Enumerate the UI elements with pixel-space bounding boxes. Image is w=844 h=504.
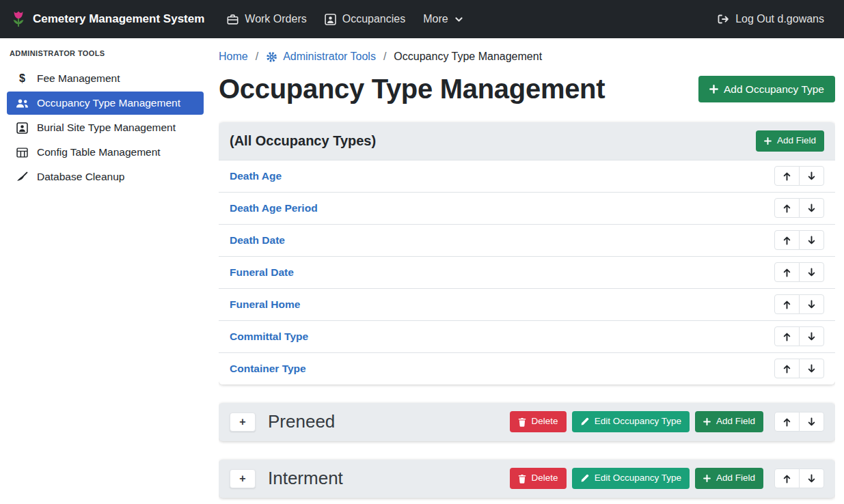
arrow-down-icon bbox=[807, 300, 816, 309]
move-up-button[interactable] bbox=[774, 166, 800, 186]
move-down-button[interactable] bbox=[799, 359, 824, 378]
move-up-button[interactable] bbox=[774, 262, 800, 282]
add-field-label: Add Field bbox=[716, 473, 755, 484]
move-button-group bbox=[774, 468, 824, 488]
sidebar-item-config-table-management[interactable]: Config Table Management bbox=[7, 141, 204, 164]
edit-occupancy-type-button[interactable]: Edit Occupancy Type bbox=[572, 468, 690, 489]
logout-link[interactable]: Log Out d.gowans bbox=[708, 8, 833, 31]
users-icon bbox=[16, 98, 29, 109]
move-down-button[interactable] bbox=[799, 468, 824, 488]
move-down-button[interactable] bbox=[799, 412, 824, 432]
arrow-down-icon bbox=[807, 236, 816, 245]
nav-item-more[interactable]: More bbox=[414, 8, 472, 31]
nav-item-occupancies[interactable]: Occupancies bbox=[316, 8, 415, 31]
arrow-up-icon bbox=[782, 268, 791, 277]
move-up-button[interactable] bbox=[774, 294, 800, 314]
add-field-label: Add Field bbox=[777, 136, 816, 146]
arrow-up-icon bbox=[782, 364, 791, 374]
trash-icon bbox=[518, 474, 526, 484]
move-up-button[interactable] bbox=[774, 412, 800, 432]
person-frame-icon bbox=[325, 14, 336, 25]
breadcrumb: Home / Administrator Tools / Occupancy T… bbox=[219, 38, 835, 63]
add-field-button[interactable]: Add Field bbox=[756, 130, 824, 152]
plus-icon bbox=[703, 475, 711, 482]
field-link[interactable]: Death Age Period bbox=[230, 202, 318, 214]
occupancy-type-section-preneed: + Preneed Delete Edit Occupancy Typ bbox=[219, 403, 835, 441]
move-down-button[interactable] bbox=[799, 198, 824, 218]
broom-icon bbox=[16, 171, 29, 183]
main-content: Home / Administrator Tools / Occupancy T… bbox=[219, 38, 835, 504]
field-link[interactable]: Funeral Home bbox=[230, 298, 300, 311]
move-up-button[interactable] bbox=[774, 198, 800, 218]
arrow-down-icon bbox=[807, 268, 816, 277]
move-down-button[interactable] bbox=[799, 326, 824, 346]
breadcrumb-label: Administrator Tools bbox=[283, 51, 376, 63]
delete-label: Delete bbox=[532, 473, 558, 484]
arrow-down-icon bbox=[807, 417, 816, 427]
move-up-button[interactable] bbox=[774, 326, 800, 346]
toolbox-icon bbox=[227, 14, 239, 25]
nav-item-work-orders[interactable]: Work Orders bbox=[218, 8, 315, 31]
nav-item-label: More bbox=[423, 13, 448, 25]
sidebar-item-label: Fee Management bbox=[37, 72, 120, 85]
breadcrumb-separator: / bbox=[383, 51, 386, 63]
section-actions: Delete Edit Occupancy Type Add Field bbox=[510, 468, 824, 489]
field-row: Death Age Period bbox=[219, 192, 835, 224]
sidebar-item-label: Burial Site Type Management bbox=[37, 122, 176, 134]
arrow-up-icon bbox=[782, 417, 791, 427]
sidebar-item-label: Database Cleanup bbox=[37, 171, 124, 183]
move-down-button[interactable] bbox=[799, 294, 824, 314]
arrow-up-icon bbox=[782, 300, 791, 309]
field-link[interactable]: Death Age bbox=[230, 170, 282, 182]
field-row: Funeral Date bbox=[219, 256, 835, 288]
tulip-logo-icon bbox=[11, 10, 26, 28]
move-down-button[interactable] bbox=[799, 262, 824, 282]
add-field-button[interactable]: Add Field bbox=[695, 468, 763, 489]
arrow-down-icon bbox=[807, 204, 816, 213]
expand-button[interactable]: + bbox=[230, 469, 256, 488]
move-button-group bbox=[774, 359, 824, 378]
sidebar-item-database-cleanup[interactable]: Database Cleanup bbox=[7, 165, 204, 188]
sidebar-heading: ADMINISTRATOR TOOLS bbox=[0, 38, 210, 66]
add-field-button[interactable]: Add Field bbox=[695, 411, 763, 432]
all-occupancy-types-card: (All Occupancy Types) Add Field Death Ag… bbox=[219, 122, 835, 384]
field-link[interactable]: Container Type bbox=[230, 363, 306, 375]
breadcrumb-home-link[interactable]: Home bbox=[219, 51, 248, 63]
plus-icon bbox=[764, 137, 772, 145]
field-link[interactable]: Death Date bbox=[230, 234, 285, 247]
edit-occupancy-type-button[interactable]: Edit Occupancy Type bbox=[572, 411, 690, 432]
card-header: (All Occupancy Types) Add Field bbox=[219, 122, 835, 160]
sidebar-item-fee-management[interactable]: $ Fee Management bbox=[7, 67, 204, 90]
breadcrumb-admin-tools-link[interactable]: Administrator Tools bbox=[266, 51, 376, 63]
arrow-up-icon bbox=[782, 474, 791, 484]
sidebar-item-label: Occupancy Type Management bbox=[37, 97, 180, 109]
move-down-button[interactable] bbox=[799, 166, 824, 186]
move-up-button[interactable] bbox=[774, 468, 800, 488]
title-row: Occupancy Type Management Add Occupancy … bbox=[219, 74, 835, 104]
delete-button[interactable]: Delete bbox=[510, 468, 567, 489]
brand-link[interactable]: Cemetery Management System bbox=[11, 10, 204, 28]
field-link[interactable]: Committal Type bbox=[230, 331, 308, 343]
sidebar-item-occupancy-type-management[interactable]: Occupancy Type Management bbox=[7, 92, 204, 115]
field-link[interactable]: Funeral Date bbox=[230, 266, 294, 279]
move-button-group bbox=[774, 326, 824, 346]
delete-button[interactable]: Delete bbox=[510, 411, 567, 432]
add-occupancy-type-label: Add Occupancy Type bbox=[724, 83, 824, 95]
move-down-button[interactable] bbox=[799, 230, 824, 250]
move-up-button[interactable] bbox=[774, 230, 800, 250]
arrow-up-icon bbox=[782, 171, 791, 181]
nav-item-label: Work Orders bbox=[245, 13, 306, 25]
sidebar-item-label: Config Table Management bbox=[37, 146, 161, 158]
add-occupancy-type-button[interactable]: Add Occupancy Type bbox=[698, 76, 835, 102]
sidebar-item-burial-site-type-management[interactable]: Burial Site Type Management bbox=[7, 116, 204, 139]
arrow-down-icon bbox=[807, 332, 816, 341]
expand-button[interactable]: + bbox=[230, 412, 256, 432]
move-up-button[interactable] bbox=[774, 359, 800, 378]
breadcrumb-label: Home bbox=[219, 51, 248, 63]
arrow-up-icon bbox=[782, 204, 791, 213]
arrow-up-icon bbox=[782, 332, 791, 341]
move-button-group bbox=[774, 412, 824, 432]
arrow-down-icon bbox=[807, 364, 816, 374]
navbar-menu: Work Orders Occupancies More bbox=[218, 8, 472, 31]
edit-label: Edit Occupancy Type bbox=[595, 473, 681, 484]
